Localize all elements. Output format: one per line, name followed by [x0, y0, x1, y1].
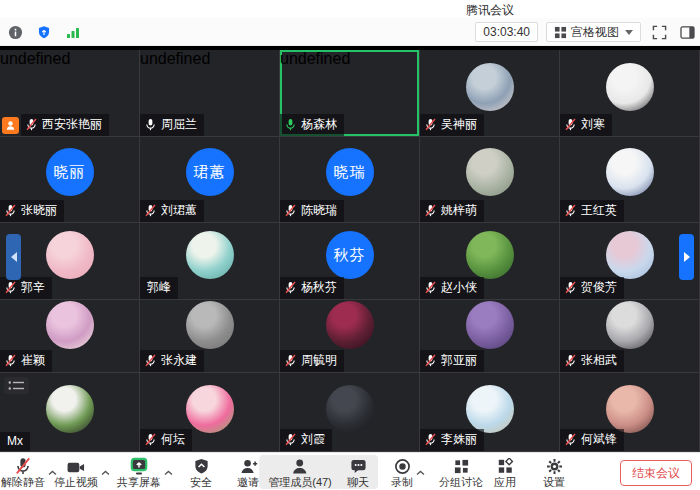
- gear-icon: [546, 457, 563, 475]
- participant-tile[interactable]: 秋芬 杨秋芬: [280, 223, 420, 300]
- participant-tile[interactable]: 李姝丽: [420, 373, 560, 452]
- participant-tile[interactable]: 刘霞: [280, 373, 420, 452]
- avatar: [466, 231, 514, 279]
- participant-tile[interactable]: 珺蕙 刘珺蕙: [140, 137, 280, 223]
- participant-label: 杨森林: [280, 114, 344, 136]
- participant-tile[interactable]: 张相武: [560, 300, 700, 373]
- participant-label: 周毓明: [280, 350, 344, 372]
- invite-button[interactable]: 邀请: [237, 455, 259, 489]
- signal-strength-icon[interactable]: [63, 21, 83, 43]
- participant-name: 郭辛: [21, 279, 45, 296]
- apps-button[interactable]: 应用: [494, 455, 516, 489]
- chevron-up-icon[interactable]: [164, 462, 173, 480]
- participant-name: 郭峰: [147, 279, 171, 296]
- participant-name: 姚梓萌: [441, 202, 477, 219]
- end-meeting-button[interactable]: 结束会议: [620, 460, 692, 486]
- participant-tile[interactable]: undefined 杨森林: [280, 50, 420, 137]
- avatar: [606, 63, 654, 111]
- participant-name: 西安张艳丽: [42, 116, 102, 133]
- participant-label: 郭辛: [0, 277, 52, 299]
- toolbar-button-label: 邀请: [237, 476, 259, 488]
- avatar: [606, 148, 654, 196]
- stop-video-button[interactable]: 停止视频: [54, 455, 98, 489]
- participant-tile[interactable]: 晓瑞 陈晓瑞: [280, 137, 420, 223]
- participant-tile[interactable]: 郭辛: [0, 223, 140, 300]
- caret-down-icon: [625, 30, 633, 35]
- avatar: 珺蕙: [186, 148, 234, 196]
- meeting-toolbar-bottom: 结束会议 解除静音 停止视频 共享屏幕 安全 邀请 管理成员(47) 聊天: [0, 452, 700, 490]
- mic-status-icon: [144, 204, 157, 217]
- participant-label: 何坛: [140, 429, 192, 451]
- next-page-button[interactable]: [679, 234, 694, 280]
- side-panel-icon[interactable]: [677, 21, 697, 43]
- participant-name: 何坛: [161, 431, 185, 448]
- record-button[interactable]: 录制: [391, 455, 413, 489]
- participant-label: 姚梓萌: [420, 200, 484, 222]
- unmute-button[interactable]: 解除静音: [1, 455, 45, 489]
- participant-tile[interactable]: 王红英: [560, 137, 700, 223]
- chat-button[interactable]: 聊天: [338, 455, 378, 489]
- share-screen-button[interactable]: 共享屏幕: [117, 455, 161, 489]
- mic-status-icon: [564, 204, 577, 217]
- participant-tile[interactable]: 崔颖: [0, 300, 140, 373]
- mic-status-icon: [424, 118, 437, 131]
- participant-label: 崔颖: [0, 350, 52, 372]
- fullscreen-icon[interactable]: [649, 21, 669, 43]
- meeting-toolbar-top: 03:03:40 宫格视图: [0, 18, 700, 46]
- breakout-rooms-button[interactable]: 分组讨论: [439, 455, 483, 489]
- security-button[interactable]: 安全: [190, 455, 212, 489]
- participant-tile[interactable]: 周毓明: [280, 300, 420, 373]
- invite-person-icon: [239, 457, 258, 475]
- mic-status-icon: [564, 433, 577, 446]
- mic-status-icon: [284, 281, 297, 294]
- participant-tile[interactable]: 姚梓萌: [420, 137, 560, 223]
- participant-name: 刘霞: [301, 431, 325, 448]
- mic-status-icon: [424, 281, 437, 294]
- security-shield-icon: [193, 457, 210, 475]
- manage-members-button[interactable]: 管理成员(47): [259, 455, 341, 489]
- participant-tile[interactable]: 郭峰: [140, 223, 280, 300]
- participant-tile[interactable]: 何坛: [140, 373, 280, 452]
- participant-tile[interactable]: 何斌锋: [560, 373, 700, 452]
- participant-name: 李姝丽: [441, 431, 477, 448]
- host-badge-icon: [2, 117, 19, 134]
- participant-label: 张晓丽: [0, 200, 64, 222]
- participant-tile[interactable]: 张永建: [140, 300, 280, 373]
- participant-label: 张相武: [560, 350, 624, 372]
- participant-name: 杨森林: [301, 116, 337, 133]
- participant-name: Mx: [7, 434, 23, 448]
- mic-status-icon: [4, 281, 17, 294]
- participant-tile[interactable]: 吴神丽: [420, 50, 560, 137]
- chevron-up-icon[interactable]: [101, 462, 110, 480]
- mic-status-icon: [284, 204, 297, 217]
- mic-status-icon: [564, 354, 577, 367]
- participant-tile[interactable]: 赵小侠: [420, 223, 560, 300]
- toolbar-button-label: 管理成员(47): [268, 476, 332, 488]
- participant-label: 张永建: [140, 350, 204, 372]
- participant-tile[interactable]: Mx: [0, 373, 140, 452]
- participant-tile[interactable]: undefined 周屈兰: [140, 50, 280, 137]
- video-grid: undefined 西安张艳丽 undefined 周屈兰 undefined …: [0, 46, 700, 452]
- avatar: [186, 385, 234, 433]
- avatar: 晓丽: [46, 148, 94, 196]
- participant-name: 赵小侠: [441, 279, 477, 296]
- participant-label: 周屈兰: [140, 114, 204, 136]
- mic-status-icon: [144, 433, 157, 446]
- network-shield-icon[interactable]: [34, 21, 54, 43]
- participant-tile[interactable]: 郭亚丽: [420, 300, 560, 373]
- participant-label: 刘寒: [560, 114, 612, 136]
- participant-tile[interactable]: undefined 西安张艳丽: [0, 50, 140, 137]
- avatar: [466, 148, 514, 196]
- participant-tile[interactable]: 刘寒: [560, 50, 700, 137]
- info-icon[interactable]: [5, 21, 25, 43]
- chevron-up-icon[interactable]: [416, 462, 425, 480]
- avatar: 晓瑞: [326, 148, 374, 196]
- prev-page-button[interactable]: [6, 234, 21, 280]
- layout-view-select[interactable]: 宫格视图: [546, 22, 641, 42]
- chevron-left-icon: [11, 252, 17, 262]
- settings-button[interactable]: 设置: [543, 455, 565, 489]
- participant-tile[interactable]: 晓丽 张晓丽: [0, 137, 140, 223]
- toolbar-button-label: 共享屏幕: [117, 476, 161, 488]
- mic-status-icon: [564, 281, 577, 294]
- participant-name: 张相武: [581, 352, 617, 369]
